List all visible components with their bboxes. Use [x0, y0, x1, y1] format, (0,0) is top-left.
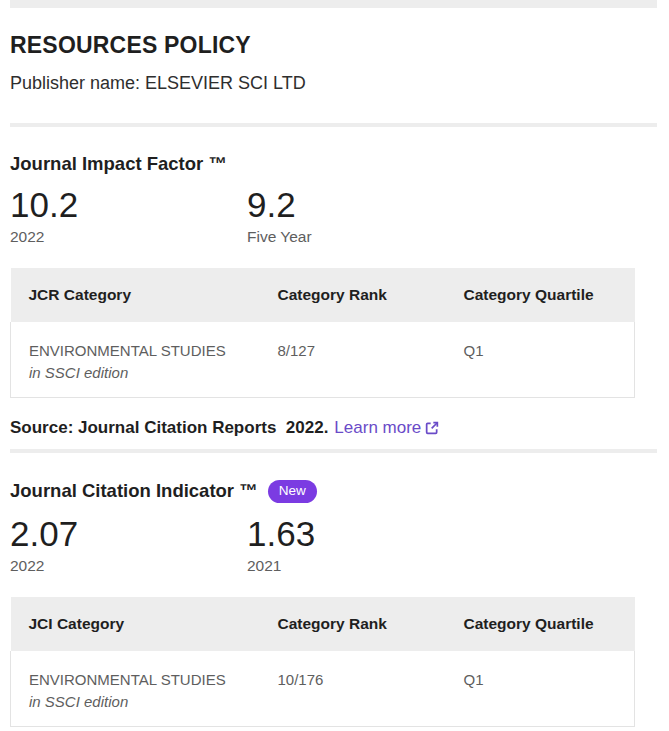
journal-profile: RESOURCES POLICY Publisher name: ELSEVIE…: [10, 34, 657, 727]
jci-section: Journal Citation Indicator ™ New 2.07 20…: [10, 480, 657, 728]
publisher-name: Publisher name: ELSEVIER SCI LTD: [10, 73, 657, 95]
section-divider: [10, 123, 657, 127]
column-header-quartile: Category Quartile: [446, 268, 635, 322]
category-name: ENVIRONMENTAL STUDIES: [29, 342, 242, 359]
top-divider: [10, 0, 657, 8]
category-cell: ENVIRONMENTAL STUDIES in SSCI edition: [11, 651, 260, 727]
learn-more-link[interactable]: Learn more: [334, 418, 440, 438]
column-header-rank: Category Rank: [260, 268, 446, 322]
jif-category-table: JCR Category Category Rank Category Quar…: [10, 268, 635, 398]
jif-metrics: 10.2 2022 9.2 Five Year: [10, 188, 657, 246]
rank-cell: 10/176: [260, 651, 446, 727]
jci-category-table: JCI Category Category Rank Category Quar…: [10, 597, 635, 727]
jif-heading: Journal Impact Factor ™: [10, 154, 657, 174]
learn-more-label: Learn more: [334, 418, 421, 438]
jif-five-year-value: 9.2: [247, 188, 484, 221]
jci-value: 2.07: [10, 517, 247, 550]
column-header-category: JCI Category: [11, 597, 260, 651]
jci-value-year: 2022: [10, 557, 247, 575]
category-cell: ENVIRONMENTAL STUDIES in SSCI edition: [11, 322, 260, 398]
table-row: ENVIRONMENTAL STUDIES in SSCI edition 8/…: [11, 322, 635, 398]
jif-metric-five-year: 9.2 Five Year: [247, 188, 484, 246]
source-line: Source: Journal Citation Reports 2022. L…: [10, 418, 657, 438]
jif-heading-label: Journal Impact Factor ™: [10, 154, 227, 174]
source-text: Source: Journal Citation Reports 2022.: [10, 418, 328, 438]
section-divider: [10, 449, 657, 453]
jci-previous-year: 2021: [247, 557, 484, 575]
rank-cell: 8/127: [260, 322, 446, 398]
jif-value: 10.2: [10, 188, 247, 221]
jci-metric-current: 2.07 2022: [10, 517, 247, 575]
category-name: ENVIRONMENTAL STUDIES: [29, 671, 242, 688]
jci-heading-label: Journal Citation Indicator ™: [10, 481, 258, 501]
category-edition: in SSCI edition: [29, 693, 242, 710]
quartile-cell: Q1: [446, 322, 635, 398]
page-title: RESOURCES POLICY: [10, 34, 657, 57]
column-header-rank: Category Rank: [260, 597, 446, 651]
quartile-cell: Q1: [446, 651, 635, 727]
jif-five-year-label: Five Year: [247, 228, 484, 246]
jif-table-header-row: JCR Category Category Rank Category Quar…: [11, 268, 635, 322]
table-row: ENVIRONMENTAL STUDIES in SSCI edition 10…: [11, 651, 635, 727]
category-edition: in SSCI edition: [29, 364, 242, 381]
jif-section: Journal Impact Factor ™ 10.2 2022 9.2 Fi…: [10, 154, 657, 439]
jci-previous-value: 1.63: [247, 517, 484, 550]
jci-table-header-row: JCI Category Category Rank Category Quar…: [11, 597, 635, 651]
jif-value-year: 2022: [10, 228, 247, 246]
jif-metric-current: 10.2 2022: [10, 188, 247, 246]
jci-metrics: 2.07 2022 1.63 2021: [10, 517, 657, 575]
new-badge: New: [268, 480, 317, 504]
column-header-quartile: Category Quartile: [446, 597, 635, 651]
column-header-category: JCR Category: [11, 268, 260, 322]
external-link-icon: [424, 420, 440, 436]
jci-heading: Journal Citation Indicator ™ New: [10, 480, 657, 504]
jci-metric-previous: 1.63 2021: [247, 517, 484, 575]
